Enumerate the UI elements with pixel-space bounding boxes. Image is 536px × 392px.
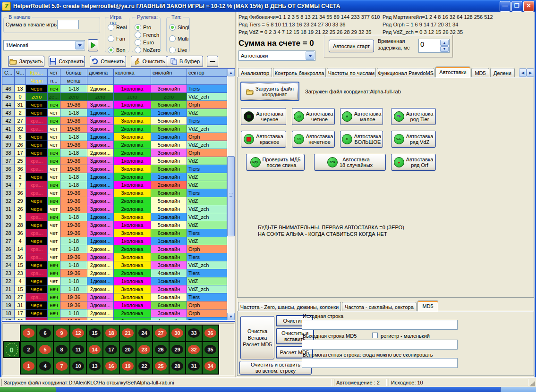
roulette-number-cell[interactable]: 23 xyxy=(136,342,152,358)
tab-scroll-right-icon[interactable]: ▶ xyxy=(527,68,534,77)
roulette-number-cell[interactable]: 24 xyxy=(136,325,152,341)
roulette-number-cell[interactable]: 28 xyxy=(170,358,185,374)
roulette-number-cell[interactable]: 32 xyxy=(186,342,202,358)
roulette-number-cell[interactable]: 30 xyxy=(170,325,185,341)
bets-combo[interactable]: Автоставки xyxy=(238,50,315,61)
roulette-number-cell[interactable]: 5 xyxy=(37,342,53,358)
roulette-number-cell[interactable]: 20 xyxy=(120,342,136,358)
roulette-number-cell[interactable]: 10 xyxy=(70,358,86,374)
radio-icon[interactable] xyxy=(135,24,141,31)
tab-автоставки[interactable]: Автоставки xyxy=(435,67,470,77)
lowercase-checkbox[interactable] xyxy=(372,333,378,338)
roulette-number-cell[interactable]: 33 xyxy=(186,325,202,341)
black-bet-button[interactable]: Автоставкачерное xyxy=(241,108,286,125)
radio-icon[interactable] xyxy=(135,47,141,53)
roulette-number-cell[interactable]: 7 xyxy=(54,358,69,374)
tab-функционал-psevdoms[interactable]: Функционал PsevdoMS xyxy=(377,68,434,77)
roulette-zero-cell[interactable]: 0 xyxy=(3,341,20,358)
roulette-number-cell[interactable]: 15 xyxy=(87,325,102,341)
roulette-number-cell[interactable]: 18 xyxy=(103,325,119,341)
roulette-number-cell[interactable]: 2 xyxy=(21,342,36,358)
load-coords-button[interactable]: Загрузить файл координат xyxy=(240,82,299,101)
roulette-number-cell[interactable]: 25 xyxy=(153,358,169,374)
autospin-start-button[interactable]: Автоспин старт xyxy=(329,40,374,52)
freq-tab-частота-сиклайны-сектора[interactable]: Частота - сиклайны, сектора xyxy=(342,302,417,311)
close-button[interactable]: ✕ xyxy=(523,1,534,12)
chevron-down-icon[interactable] xyxy=(75,41,84,50)
orf-bet-button[interactable]: ●Автоставкаряд Orf xyxy=(391,154,436,171)
undo-button[interactable]: Отменить xyxy=(90,56,126,67)
freq-tab-частота-zero-шансы-дюжины-колонки[interactable]: Частота - Zero, шансы, дюжины, колонки xyxy=(238,302,341,311)
radio-option-french[interactable]: French xyxy=(135,31,161,38)
tab-анализатор[interactable]: Анализатор xyxy=(238,68,272,77)
scroll-up-icon[interactable]: ▲ xyxy=(227,69,235,76)
save-button[interactable]: Сохранить xyxy=(49,56,85,67)
radio-option-singl[interactable]: Singl xyxy=(169,24,189,31)
delay-spinbox[interactable]: 0 ▲ ▼ xyxy=(418,39,450,53)
play-button[interactable] xyxy=(88,39,98,51)
load-button[interactable]: Загрузить xyxy=(8,56,44,67)
roulette-number-cell[interactable]: 29 xyxy=(170,342,185,358)
roulette-number-cell[interactable]: 13 xyxy=(87,358,102,374)
start-sum-input[interactable] xyxy=(57,20,79,29)
roulette-number-cell[interactable]: 36 xyxy=(203,325,218,341)
radio-icon[interactable] xyxy=(108,24,114,31)
spin-up-icon[interactable]: ▲ xyxy=(440,40,449,46)
radio-option-live[interactable]: Live xyxy=(169,46,189,53)
preset-combo[interactable]: 1Melonati xyxy=(3,40,85,50)
radio-icon[interactable] xyxy=(169,35,176,42)
big-bet-button[interactable]: БАвтоставкаБОЛЬШОЕ xyxy=(340,131,383,148)
roulette-number-cell[interactable]: 17 xyxy=(103,342,119,358)
tab-контроль-банкролла[interactable]: Контроль банкролла xyxy=(273,68,326,77)
maximize-button[interactable]: ❐ xyxy=(511,1,522,12)
scroll-down-icon[interactable]: ▼ xyxy=(227,313,235,320)
aux-string-input[interactable] xyxy=(302,358,458,368)
even-bet-button[interactable]: 2/2Автоставкачетное xyxy=(292,108,335,125)
red-bet-button[interactable]: Автоставкакрасное xyxy=(241,131,286,148)
tier-bet-button[interactable]: ↷Автоставкаряд Tier xyxy=(391,108,436,125)
md5-combo-button[interactable]: Очистка Вставка Расчет MD5 xyxy=(240,316,274,359)
roulette-number-cell[interactable]: 6 xyxy=(37,325,53,341)
roulette-number-cell[interactable]: 1 xyxy=(21,358,36,374)
tab-scroll-left-icon[interactable]: ◀ xyxy=(519,68,527,77)
table-scrollbar[interactable]: ▲ ▼ xyxy=(227,69,235,320)
roulette-number-cell[interactable]: 34 xyxy=(203,358,218,374)
roulette-number-cell[interactable]: 27 xyxy=(153,325,169,341)
start-button-fragment[interactable] xyxy=(0,387,56,392)
random-bet-button[interactable]: ГСЧАвтоставка18 случайных xyxy=(314,154,386,171)
freq-tab-md5[interactable]: MD5 xyxy=(417,300,438,311)
radio-option-euro[interactable]: Euro xyxy=(135,39,161,46)
roulette-number-cell[interactable]: 22 xyxy=(136,358,152,374)
radio-icon[interactable] xyxy=(108,47,114,53)
tab-делени[interactable]: Делени xyxy=(490,68,515,77)
minimize-button[interactable]: — xyxy=(500,1,510,12)
delay-value[interactable]: 0 xyxy=(419,39,440,52)
roulette-number-cell[interactable]: 19 xyxy=(120,358,136,374)
collapse-button[interactable]: — xyxy=(207,56,218,67)
roulette-number-cell[interactable]: 21 xyxy=(120,325,136,341)
clear-button[interactable]: Очистить xyxy=(131,56,167,67)
radio-option-real[interactable]: Real xyxy=(108,24,127,31)
chevron-down-icon[interactable] xyxy=(306,51,315,60)
radio-option-nozero[interactable]: NoZero xyxy=(135,46,161,53)
md5-check-button[interactable]: МД5Проверить МД5после спина xyxy=(246,154,305,171)
scrollbar-thumb[interactable] xyxy=(227,156,235,236)
resize-grip[interactable] xyxy=(529,381,535,386)
radio-icon[interactable] xyxy=(135,39,141,46)
roulette-number-cell[interactable]: 16 xyxy=(103,358,119,374)
output-string-input[interactable] xyxy=(302,340,458,350)
roulette-number-cell[interactable]: 11 xyxy=(70,342,86,358)
to-buffer-button[interactable]: В буфер xyxy=(167,56,203,67)
radio-icon[interactable] xyxy=(135,32,141,38)
radio-icon[interactable] xyxy=(108,35,114,42)
roulette-number-cell[interactable]: 12 xyxy=(70,325,86,341)
roulette-number-cell[interactable]: 26 xyxy=(153,342,169,358)
spin-down-icon[interactable]: ▼ xyxy=(440,46,449,52)
radio-option-fan[interactable]: Fan xyxy=(108,35,127,42)
roulette-number-cell[interactable]: 35 xyxy=(203,342,218,358)
radio-option-pro[interactable]: Pro xyxy=(135,24,161,31)
roulette-number-cell[interactable]: 14 xyxy=(87,342,102,358)
tab-md5[interactable]: MD5 xyxy=(471,68,489,77)
tab-частоты-по-числам[interactable]: Частоты по числам xyxy=(327,68,376,77)
radio-option-bon[interactable]: Bon xyxy=(108,46,127,53)
